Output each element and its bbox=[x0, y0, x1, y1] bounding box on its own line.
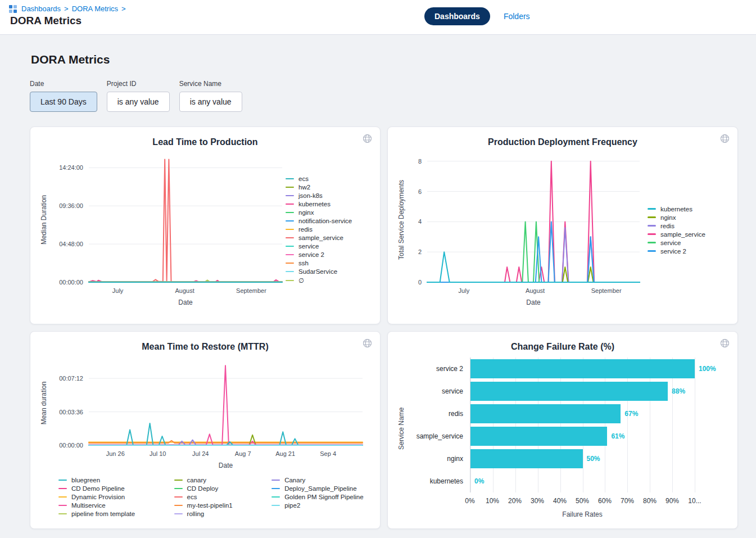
legend-swatch bbox=[286, 254, 294, 256]
legend-item[interactable]: sample_service bbox=[648, 231, 705, 238]
filter-project-id-value-button[interactable]: is any value bbox=[107, 92, 170, 112]
svg-text:Median Duration: Median Duration bbox=[40, 195, 48, 245]
svg-text:July: July bbox=[459, 287, 470, 294]
bar-row: 100% bbox=[470, 358, 695, 380]
legend-item[interactable]: CD Demo Pipeline bbox=[58, 485, 144, 492]
legend-item[interactable]: nginx bbox=[648, 214, 705, 221]
legend-swatch bbox=[271, 505, 280, 507]
svg-text:September: September bbox=[236, 287, 266, 294]
tile-mean-time-to-restore: Mean Time to Restore (MTTR) 00:00:0000:0… bbox=[30, 331, 381, 529]
legend-item[interactable]: SudarService bbox=[286, 268, 352, 275]
svg-text:00:03:36: 00:03:36 bbox=[59, 409, 83, 415]
legend-item[interactable]: my-test-pipelin1 bbox=[174, 502, 242, 509]
legend-item[interactable]: hw2 bbox=[286, 184, 352, 191]
legend-item[interactable]: service bbox=[286, 243, 352, 250]
legend-item[interactable]: sample_service bbox=[286, 234, 352, 241]
failure-rate-bar[interactable] bbox=[470, 449, 583, 468]
failure-rate-bar[interactable] bbox=[470, 404, 621, 423]
chart-title: Production Deployment Frequency bbox=[396, 137, 730, 147]
legend-item[interactable]: json-k8s bbox=[286, 192, 352, 199]
legend-item[interactable]: service bbox=[648, 239, 705, 246]
legend-label: pipeline from template bbox=[71, 510, 135, 517]
legend-item[interactable]: kubernetes bbox=[648, 206, 705, 213]
bar-value-label: 61% bbox=[611, 432, 624, 440]
bar-category-label: service 2 bbox=[407, 358, 470, 380]
tile-lead-time-to-production: Lead Time to Production 00:00:0004:48:00… bbox=[30, 126, 381, 324]
legend-label: nginx bbox=[660, 214, 676, 221]
failure-rate-chart: Service Name service 2serviceredissample… bbox=[396, 358, 730, 518]
legend-item[interactable]: Deploy_Sample_Pipeline bbox=[271, 485, 372, 492]
svg-text:August: August bbox=[175, 287, 194, 294]
legend-label: redis bbox=[660, 223, 674, 229]
tab-folders[interactable]: Folders bbox=[504, 12, 530, 21]
globe-icon bbox=[720, 338, 730, 348]
legend-item[interactable]: nginx bbox=[286, 209, 352, 216]
breadcrumb-separator: > bbox=[121, 4, 126, 13]
mttr-chart[interactable]: 00:00:0000:03:3600:07:12Jun 26Jul 10Jul … bbox=[38, 353, 373, 472]
failure-rate-bar[interactable] bbox=[470, 382, 668, 401]
svg-text:2: 2 bbox=[418, 248, 422, 255]
svg-text:Sep 4: Sep 4 bbox=[320, 450, 336, 457]
legend-item[interactable]: pipe2 bbox=[271, 502, 372, 509]
legend-swatch bbox=[174, 488, 183, 490]
legend-swatch bbox=[648, 216, 656, 218]
legend-item[interactable]: rolling bbox=[174, 510, 242, 517]
globe-icon bbox=[720, 134, 730, 143]
legend-label: my-test-pipelin1 bbox=[187, 502, 233, 509]
svg-text:00:00:00: 00:00:00 bbox=[59, 279, 83, 286]
svg-text:00:07:12: 00:07:12 bbox=[59, 375, 83, 382]
legend-label: canary bbox=[187, 477, 207, 483]
view-toggle: Dashboards Folders bbox=[424, 7, 530, 25]
breadcrumb-dashboards-link[interactable]: Dashboards bbox=[21, 4, 61, 13]
legend-swatch bbox=[286, 246, 294, 247]
bar-value-label: 50% bbox=[587, 455, 600, 463]
filter-date-value-button[interactable]: Last 90 Days bbox=[30, 92, 97, 112]
legend-item[interactable]: CD Deploy bbox=[174, 485, 242, 492]
legend-item[interactable]: ∅ bbox=[286, 277, 352, 284]
failure-rate-bar[interactable] bbox=[470, 359, 695, 378]
legend-item[interactable]: Golden PM Signoff Pipeline bbox=[271, 494, 372, 500]
svg-text:Total Service Deployments: Total Service Deployments bbox=[397, 180, 405, 260]
legend-item[interactable]: ecs bbox=[174, 494, 242, 500]
svg-text:Mean duration: Mean duration bbox=[40, 382, 48, 425]
legend-item[interactable]: canary bbox=[174, 477, 242, 483]
legend-item[interactable]: redis bbox=[286, 226, 352, 233]
legend-label: Deploy_Sample_Pipeline bbox=[284, 485, 357, 492]
dashboard-title: DORA Metrics bbox=[31, 53, 738, 66]
svg-text:Aug 7: Aug 7 bbox=[235, 450, 251, 457]
bar-category-label: kubernetes bbox=[407, 470, 470, 492]
legend-label: redis bbox=[298, 226, 313, 233]
legend-item[interactable]: ssh bbox=[286, 260, 352, 266]
legend-item[interactable]: kubernetes bbox=[286, 201, 352, 207]
bar-row: 61% bbox=[470, 425, 695, 447]
legend-item[interactable]: Dynamic Provision bbox=[58, 494, 144, 500]
legend-item[interactable]: notification-service bbox=[286, 218, 352, 224]
legend-swatch bbox=[271, 488, 280, 490]
legend-label: kubernetes bbox=[660, 206, 692, 213]
legend-swatch bbox=[286, 204, 294, 205]
x-tick-label: 10... bbox=[688, 497, 701, 505]
legend-swatch bbox=[58, 480, 67, 481]
legend-swatch bbox=[286, 263, 294, 264]
legend-item[interactable]: Canary bbox=[271, 477, 372, 483]
deployment-frequency-chart[interactable]: 02468JulyAugustSeptemberDateTotal Servic… bbox=[396, 148, 648, 311]
gridline bbox=[695, 358, 695, 492]
svg-text:00:00:00: 00:00:00 bbox=[59, 442, 83, 449]
legend-item[interactable]: bluegreen bbox=[58, 477, 144, 483]
tab-dashboards[interactable]: Dashboards bbox=[424, 7, 490, 25]
legend-item[interactable]: service 2 bbox=[286, 251, 352, 258]
legend-item[interactable]: ecs bbox=[286, 175, 352, 182]
legend-item[interactable]: Multiservice bbox=[58, 502, 144, 509]
breadcrumb-dora-metrics-link[interactable]: DORA Metrics bbox=[72, 4, 118, 13]
legend-item[interactable]: pipeline from template bbox=[58, 510, 144, 517]
legend-item[interactable]: redis bbox=[648, 223, 705, 229]
svg-text:0: 0 bbox=[418, 279, 422, 286]
lead-time-chart[interactable]: 00:00:0004:48:0009:36:0014:24:00JulyAugu… bbox=[38, 148, 286, 311]
legend-label: CD Demo Pipeline bbox=[71, 485, 125, 492]
legend-item[interactable]: service 2 bbox=[648, 248, 705, 255]
filter-service-name-value-button[interactable]: is any value bbox=[179, 92, 242, 112]
tile-production-deployment-frequency: Production Deployment Frequency 02468Jul… bbox=[387, 126, 738, 324]
legend-swatch bbox=[58, 488, 67, 490]
failure-rate-bar[interactable] bbox=[470, 427, 607, 446]
legend-swatch bbox=[58, 496, 67, 498]
